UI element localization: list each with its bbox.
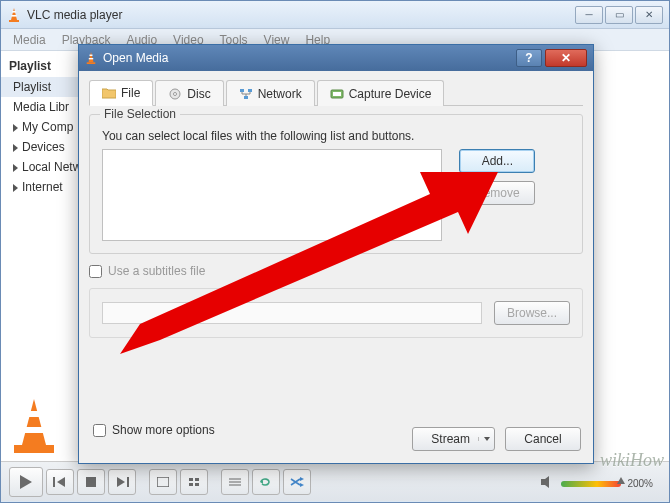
remove-button[interactable]: Remove [459,181,535,205]
network-icon [239,88,253,100]
dialog-title: Open Media [103,51,516,65]
show-more-options-checkbox[interactable]: Show more options [93,423,215,437]
subtitles-browse-group: Browse... [89,288,583,338]
svg-marker-25 [541,476,549,488]
svg-rect-27 [89,55,92,56]
svg-marker-10 [57,477,65,487]
expand-icon [13,164,18,172]
browse-button[interactable]: Browse... [494,301,570,325]
play-button[interactable] [9,467,43,497]
add-button[interactable]: Add... [459,149,535,173]
svg-rect-14 [157,477,169,487]
svg-rect-34 [244,96,248,99]
file-list[interactable] [102,149,442,241]
svg-rect-13 [127,477,129,487]
prev-button[interactable] [46,469,74,495]
svg-marker-23 [300,477,304,481]
open-media-dialog: Open Media ? ✕ File Disc Network Capture… [78,44,594,464]
svg-point-31 [174,92,177,95]
mute-icon[interactable] [541,476,555,491]
svg-rect-7 [14,445,54,453]
volume-slider[interactable] [561,481,621,487]
svg-rect-28 [89,58,93,59]
svg-rect-11 [86,477,96,487]
tab-disc[interactable]: Disc [155,80,223,106]
loop-button[interactable] [252,469,280,495]
next-button[interactable] [108,469,136,495]
file-selection-group: File Selection You can select local file… [89,114,583,254]
svg-rect-5 [28,411,40,417]
svg-rect-29 [87,62,96,64]
vlc-cone-large-icon [6,395,62,457]
capture-icon [330,88,344,100]
svg-rect-18 [195,483,199,486]
shuffle-button[interactable] [283,469,311,495]
svg-rect-1 [12,11,16,13]
svg-rect-16 [195,478,199,481]
tab-capture[interactable]: Capture Device [317,80,445,106]
svg-marker-8 [20,475,32,489]
maximize-button[interactable]: ▭ [605,6,633,24]
subtitles-check-input[interactable] [89,265,102,278]
expand-icon [13,184,18,192]
stop-button[interactable] [77,469,105,495]
svg-marker-24 [300,483,304,487]
vlc-cone-icon [85,51,97,65]
ext-settings-button[interactable] [180,469,208,495]
dialog-help-button[interactable]: ? [516,49,542,67]
tab-file[interactable]: File [89,80,153,106]
stream-dropdown-icon[interactable] [478,437,494,441]
main-titlebar[interactable]: VLC media player ─ ▭ ✕ [1,1,669,29]
minimize-button[interactable]: ─ [575,6,603,24]
dialog-titlebar[interactable]: Open Media ? ✕ [79,45,593,71]
expand-icon [13,144,18,152]
svg-rect-6 [25,427,43,433]
volume-percent: 200% [627,478,653,489]
show-more-check-input[interactable] [93,424,106,437]
svg-rect-36 [333,92,341,96]
disc-icon [168,88,182,100]
svg-marker-0 [11,8,17,20]
svg-marker-4 [22,399,46,445]
stream-button[interactable]: Stream [412,427,495,451]
file-selection-hint: You can select local files with the foll… [102,129,570,143]
svg-rect-32 [240,89,244,92]
svg-rect-2 [11,15,16,17]
fullscreen-button[interactable] [149,469,177,495]
svg-marker-26 [88,52,93,62]
watermark: wikiHow [600,450,664,471]
controls-bar: 200% [1,461,669,501]
svg-rect-9 [53,477,55,487]
svg-rect-15 [189,478,193,481]
menu-media[interactable]: Media [5,31,54,49]
use-subtitles-checkbox[interactable]: Use a subtitles file [89,264,583,278]
dialog-tabs: File Disc Network Capture Device [89,79,583,106]
expand-icon [13,124,18,132]
main-title: VLC media player [27,8,573,22]
close-button[interactable]: ✕ [635,6,663,24]
svg-rect-3 [9,20,19,22]
vlc-cone-icon [7,7,21,23]
tab-network[interactable]: Network [226,80,315,106]
playlist-button[interactable] [221,469,249,495]
subtitles-path-input[interactable] [102,302,482,324]
group-title: File Selection [100,107,180,121]
dialog-close-button[interactable]: ✕ [545,49,587,67]
folder-icon [102,87,116,99]
svg-marker-12 [117,477,125,487]
svg-rect-33 [248,89,252,92]
svg-rect-17 [189,483,193,486]
cancel-button[interactable]: Cancel [505,427,581,451]
